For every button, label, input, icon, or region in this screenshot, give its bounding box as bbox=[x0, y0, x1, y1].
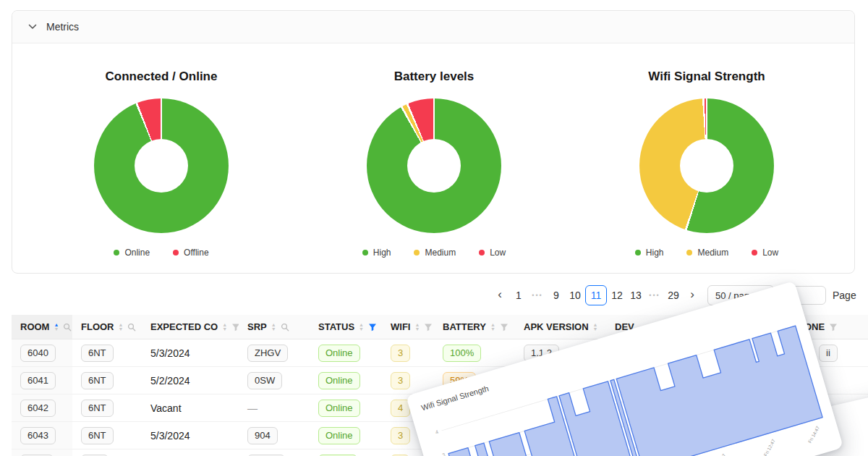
srp-empty-value: — bbox=[247, 402, 258, 414]
sort-carets-icon[interactable]: ▲▼ bbox=[593, 323, 598, 332]
chart-legend: OnlineOffline bbox=[53, 248, 270, 258]
column-label: APK VERSION bbox=[524, 321, 589, 332]
sort-carets-icon[interactable]: ▲▼ bbox=[119, 323, 124, 332]
sort-carets-icon[interactable]: ▲▼ bbox=[359, 323, 364, 332]
filter-icon[interactable] bbox=[368, 323, 377, 332]
cell: 0SW bbox=[239, 367, 310, 394]
legend-dot-icon bbox=[362, 250, 368, 256]
filter-icon[interactable] bbox=[424, 323, 433, 332]
metrics-panel-title: Metrics bbox=[46, 21, 79, 33]
legend-item[interactable]: Online bbox=[114, 248, 150, 258]
cell: — bbox=[239, 394, 310, 421]
srp-tag: 904 bbox=[247, 427, 278, 444]
column-label: STATUS bbox=[318, 321, 354, 332]
sort-carets-icon[interactable]: ▲▼ bbox=[414, 323, 420, 332]
jump-prev[interactable]: ••• bbox=[529, 285, 546, 305]
page-29[interactable]: 29 bbox=[665, 285, 682, 305]
legend-label: Offline bbox=[184, 248, 208, 258]
column-header-apk-version[interactable]: APK VERSION▲▼ bbox=[515, 315, 606, 339]
expected-checkout-value: Vacant bbox=[150, 402, 182, 414]
room-tag: 6040 bbox=[20, 345, 56, 362]
legend-dot-icon bbox=[114, 250, 119, 256]
legend-dot-icon bbox=[635, 250, 641, 256]
page-10[interactable]: 10 bbox=[566, 285, 584, 305]
page-1[interactable]: 1 bbox=[510, 285, 527, 305]
cell: 6042 bbox=[12, 394, 72, 421]
jump-next[interactable]: ••• bbox=[646, 285, 663, 305]
column-header-floor[interactable]: FLOOR▲▼ bbox=[72, 315, 142, 339]
next-page[interactable]: › bbox=[684, 285, 701, 305]
cell: 6041 bbox=[12, 367, 72, 394]
legend-label: High bbox=[373, 248, 391, 258]
column-header-room[interactable]: ROOM▲▼ bbox=[12, 315, 72, 339]
room-tag: 6042 bbox=[20, 400, 56, 417]
metric-chart: Wifi Signal StrengthHighMediumLow bbox=[598, 69, 815, 258]
expected-checkout-value: 5/2/2024 bbox=[150, 375, 190, 387]
search-icon[interactable] bbox=[63, 323, 72, 332]
legend-label: Medium bbox=[425, 248, 456, 258]
metrics-panel-header[interactable]: Metrics bbox=[12, 11, 854, 43]
legend-item[interactable]: Medium bbox=[414, 248, 456, 258]
dashboard-screen: Metrics Connected / OnlineOnlineOfflineB… bbox=[0, 0, 868, 456]
column-header-srp[interactable]: SRP▲▼ bbox=[239, 315, 310, 339]
legend-item[interactable]: High bbox=[635, 248, 664, 258]
column-label: EXPECTED CO bbox=[150, 321, 218, 332]
sort-carets-icon[interactable]: ▲▼ bbox=[271, 323, 276, 332]
sort-carets-icon[interactable]: ▲▼ bbox=[222, 323, 227, 332]
prev-page[interactable]: ‹ bbox=[491, 285, 509, 305]
donut-chart bbox=[94, 98, 229, 233]
wifi-tag: 3 bbox=[391, 345, 410, 362]
legend-item[interactable]: High bbox=[362, 248, 391, 258]
page-11[interactable]: 11 bbox=[585, 285, 607, 305]
pagination-items: ‹1•••910111213•••29› bbox=[490, 285, 702, 305]
cell: 5/3/2024 bbox=[142, 422, 239, 449]
svg-text:Fri 12:47: Fri 12:47 bbox=[763, 438, 777, 456]
search-icon[interactable] bbox=[127, 323, 136, 332]
cell: 5/3/2024 bbox=[142, 339, 239, 366]
cell: 6NT bbox=[72, 422, 142, 449]
floor-tag: 6NT bbox=[81, 427, 114, 444]
cell: 5/2/2024 bbox=[142, 367, 239, 394]
expected-checkout-value: 5/3/2024 bbox=[150, 430, 190, 442]
cell bbox=[72, 449, 142, 456]
cell: 3 bbox=[382, 339, 434, 366]
column-label: FLOOR bbox=[81, 321, 114, 332]
chart-title: Wifi Signal Strength bbox=[598, 69, 815, 84]
metric-chart: Battery levelsHighMediumLow bbox=[326, 69, 542, 258]
legend-item[interactable]: Low bbox=[752, 248, 778, 258]
column-header-expected-co[interactable]: EXPECTED CO▲▼ bbox=[142, 315, 239, 339]
cell bbox=[12, 449, 72, 456]
search-icon[interactable] bbox=[281, 323, 289, 332]
legend-dot-icon bbox=[414, 250, 420, 256]
battery-tag: 100% bbox=[443, 345, 481, 362]
column-header-battery[interactable]: BATTERY▲▼ bbox=[434, 315, 515, 339]
legend-item[interactable]: Offline bbox=[173, 248, 208, 258]
floor-tag: 6NT bbox=[81, 345, 114, 362]
filter-icon[interactable] bbox=[829, 323, 838, 332]
filter-icon[interactable] bbox=[231, 323, 239, 332]
sort-carets-icon[interactable]: ▲▼ bbox=[54, 323, 59, 332]
legend-dot-icon bbox=[479, 250, 485, 256]
room-tag: 6041 bbox=[20, 372, 56, 389]
cell: ZHGV bbox=[239, 339, 310, 366]
page-13[interactable]: 13 bbox=[627, 285, 644, 305]
legend-dot-icon bbox=[686, 250, 692, 256]
cell bbox=[142, 449, 239, 456]
one-tag: ii bbox=[819, 345, 838, 362]
legend-dot-icon bbox=[752, 250, 757, 256]
legend-item[interactable]: Low bbox=[479, 248, 506, 258]
sort-carets-icon[interactable]: ▲▼ bbox=[490, 323, 495, 332]
wifi-tag: 3 bbox=[391, 372, 410, 389]
filter-icon[interactable] bbox=[500, 323, 509, 332]
donut-chart bbox=[639, 98, 774, 233]
column-header-status[interactable]: STATUS▲▼ bbox=[310, 315, 382, 339]
status-tag: Online bbox=[318, 372, 360, 389]
cell: Vacant bbox=[142, 394, 239, 421]
column-header-wifi[interactable]: WIFI▲▼ bbox=[382, 315, 434, 339]
srp-tag: 0SW bbox=[247, 372, 282, 389]
legend-item[interactable]: Medium bbox=[686, 248, 728, 258]
page-12[interactable]: 12 bbox=[608, 285, 626, 305]
legend-label: High bbox=[646, 248, 664, 258]
page-9[interactable]: 9 bbox=[548, 285, 565, 305]
chart-legend: HighMediumLow bbox=[326, 248, 542, 258]
